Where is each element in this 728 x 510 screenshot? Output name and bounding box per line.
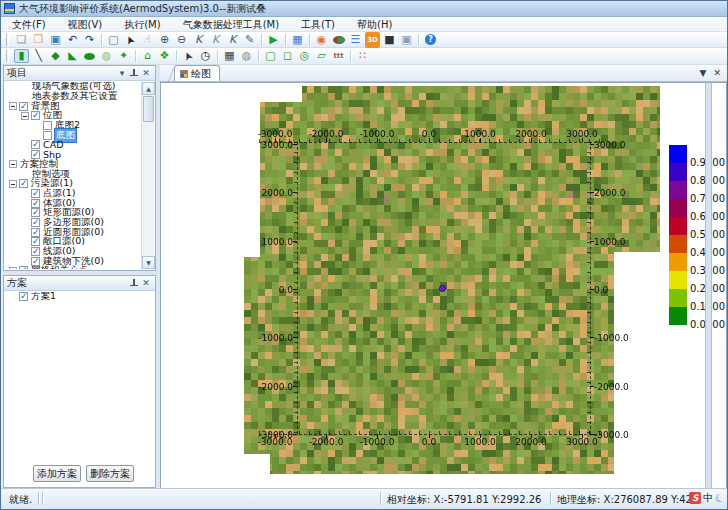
ellipse-source-tool-icon[interactable] <box>82 49 97 63</box>
expander-icon <box>9 102 17 110</box>
annotation-k1-icon[interactable]: K <box>191 33 206 47</box>
point-source-tool-icon[interactable]: ▮ <box>14 49 29 63</box>
x-axis-tick-label: 1000.0 <box>461 437 499 447</box>
sogou-ime-icon[interactable]: S <box>689 492 701 504</box>
layers-icon[interactable]: ☰ <box>348 33 363 47</box>
redo-icon[interactable]: ↷ <box>82 33 97 47</box>
zoom-out-icon[interactable]: ⊖ <box>174 33 189 47</box>
toolbar-separator <box>217 50 218 62</box>
pan-hand-icon[interactable]: ☝ <box>140 33 155 47</box>
point-source-marker[interactable] <box>439 285 446 292</box>
add-scheme-button[interactable]: 添加方案 <box>33 465 81 482</box>
ime-moon-icon[interactable]: ☾ <box>714 490 727 505</box>
menu-item-5[interactable]: 帮助(H) <box>346 17 403 32</box>
fence-points-tool-icon[interactable]: ttt <box>331 49 346 63</box>
ring-source-tool-icon[interactable]: ◍ <box>99 49 114 63</box>
select-cursor-icon[interactable]: ➤ <box>121 30 140 50</box>
tree-item[interactable]: 网格和关心点 <box>5 266 141 269</box>
terrain-tool-icon[interactable]: ❖ <box>157 49 172 63</box>
tab-close-icon[interactable]: ✕ <box>713 68 721 78</box>
zoom-in-icon[interactable]: ⊕ <box>157 33 172 47</box>
toolbar-grip[interactable] <box>6 50 9 62</box>
new-file-icon[interactable]: ❏ <box>14 33 29 47</box>
edit-page-icon[interactable]: ✎ <box>242 33 257 47</box>
checkbox[interactable] <box>43 121 52 130</box>
checkbox[interactable] <box>31 199 40 208</box>
checkbox[interactable] <box>31 189 40 198</box>
flare-source-tool-icon[interactable]: ✦ <box>116 49 131 63</box>
remove-scheme-button[interactable]: 删除方案 <box>86 465 134 482</box>
rect-region-tool-icon[interactable]: ▢ <box>263 49 278 63</box>
checkbox[interactable] <box>43 131 52 140</box>
receptor-marker[interactable]: △ <box>569 189 576 198</box>
open-folder-icon[interactable]: ❒ <box>31 33 46 47</box>
menu-item-4[interactable]: 工具(T) <box>290 17 346 32</box>
map-canvas[interactable]: -3000.0-3000.0-2000.0-2000.0-1000.0-1000… <box>160 82 727 489</box>
pin-icon[interactable] <box>128 278 140 288</box>
receptor-marker[interactable]: △ <box>383 193 390 202</box>
contour-ellipse-icon[interactable] <box>331 33 346 47</box>
checkbox[interactable] <box>31 150 40 159</box>
ime-indicator[interactable]: S 中 ☾ <box>689 491 725 505</box>
menu-item-1[interactable]: 视图(V) <box>57 17 114 32</box>
chevron-down-icon[interactable]: ▾ <box>116 68 128 78</box>
scrollbar-thumb[interactable] <box>143 96 154 122</box>
annotation-k2-icon[interactable]: K <box>208 33 223 47</box>
menu-item-3[interactable]: 气象数据处理工具(M) <box>172 17 290 32</box>
line-source-tool-icon[interactable]: ╲ <box>31 49 46 63</box>
circle-region-tool-icon[interactable]: ◎ <box>297 49 312 63</box>
checkbox[interactable] <box>19 102 28 111</box>
tree-item[interactable]: 方案控制 <box>5 160 141 170</box>
project-tree-scrollbar[interactable]: ▲ ▼ <box>141 82 154 269</box>
checkbox[interactable] <box>31 237 40 246</box>
help-icon[interactable]: ? <box>423 33 438 47</box>
run-model-icon[interactable]: ▶ <box>266 33 281 47</box>
tree-item[interactable]: 方案1 <box>5 292 141 302</box>
checkbox[interactable] <box>19 179 28 188</box>
tab-drawing[interactable]: 绘图 <box>174 65 220 81</box>
menu-item-0[interactable]: 文件(F) <box>1 17 57 32</box>
menu-item-2[interactable]: 执行(M) <box>113 17 171 32</box>
scroll-down-icon[interactable]: ▼ <box>142 256 155 269</box>
checkbox[interactable] <box>19 266 28 269</box>
zoom-extent-icon[interactable]: ▢ <box>106 33 121 47</box>
ime-language-mode[interactable]: 中 <box>703 491 713 505</box>
checkbox[interactable] <box>31 208 40 217</box>
checkbox[interactable] <box>31 257 40 266</box>
checkbox[interactable] <box>19 292 28 301</box>
undo-icon[interactable]: ↶ <box>65 33 80 47</box>
close-icon[interactable]: ✕ <box>140 278 152 288</box>
building-tool-icon[interactable]: ⌂ <box>140 49 155 63</box>
annotation-k3-icon[interactable]: K <box>225 33 240 47</box>
title-bar[interactable]: 大气环境影响评价系统(AermodSystem)3.0--新测试叠 <box>1 1 727 17</box>
scroll-up-icon[interactable]: ▲ <box>142 82 155 95</box>
checkbox[interactable] <box>31 228 40 237</box>
cartesian-grid-tool-icon[interactable]: ▦ <box>222 49 237 63</box>
contour-pie-icon[interactable]: ◉ <box>314 33 329 47</box>
polar-grid-tool-icon[interactable]: ◍ <box>239 49 254 63</box>
canvas-vertical-scrollbar[interactable] <box>705 83 712 488</box>
checkbox[interactable] <box>31 140 40 149</box>
tree-item-label[interactable]: 方案1 <box>30 292 57 303</box>
close-icon[interactable]: ✕ <box>140 68 152 78</box>
tree-item[interactable]: 底图 <box>5 130 141 140</box>
result-grid-icon[interactable]: ▦ <box>290 33 305 47</box>
checkbox[interactable] <box>31 247 40 256</box>
volume-source-tool-icon[interactable]: ◆ <box>48 49 63 63</box>
compass-tool-icon[interactable]: ◷ <box>198 49 213 63</box>
toolbar-grip[interactable] <box>6 34 9 46</box>
screen-icon[interactable]: ▣ <box>399 33 414 47</box>
save-icon[interactable]: ▣ <box>48 33 63 47</box>
scatter-points-tool-icon[interactable]: ∷ <box>355 49 370 63</box>
pin-icon[interactable] <box>128 68 140 78</box>
area-source-tool-icon[interactable]: ◣ <box>65 49 80 63</box>
cube-icon[interactable]: ■ <box>382 33 397 47</box>
y-axis-tick-label-left: -3000.0 <box>253 430 293 440</box>
checkbox[interactable] <box>31 111 40 120</box>
tab-list-dropdown-icon[interactable]: ▼ <box>700 68 707 78</box>
view-3d-icon[interactable]: 3D <box>365 33 380 47</box>
rounded-region-tool-icon[interactable]: ◻ <box>280 49 295 63</box>
checkbox[interactable] <box>31 218 40 227</box>
parallelogram-region-tool-icon[interactable]: ▱ <box>314 49 329 63</box>
pointer-tool-icon[interactable]: ➤ <box>179 46 198 66</box>
